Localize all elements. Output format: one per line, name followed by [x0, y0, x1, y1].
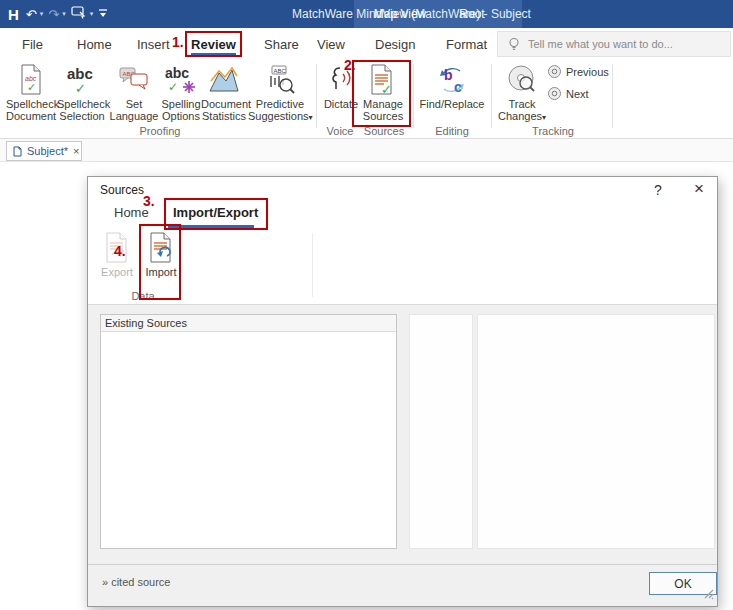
button-label: Spelling Options: [161, 98, 200, 122]
middle-panel[interactable]: [409, 314, 473, 549]
redo-icon[interactable]: ↷: [48, 7, 59, 22]
search-placeholder: Tell me what you want to do...: [528, 38, 673, 50]
group-label-editing: Editing: [416, 125, 488, 137]
predictive-suggestions-button[interactable]: ABC Predictive Suggestions▾: [248, 62, 312, 124]
spellcheck-selection-icon: abc✓: [57, 62, 107, 98]
group-separator: [413, 64, 414, 128]
svg-text:c: c: [454, 79, 462, 95]
find-replace-icon: bc: [416, 62, 488, 98]
previous-button[interactable]: Previous: [547, 64, 609, 79]
touch-mode-dropdown-icon[interactable]: ▾: [90, 10, 94, 18]
svg-text:ABC: ABC: [274, 68, 287, 74]
svg-text:✓: ✓: [27, 81, 36, 93]
annotation-step-4: 4.: [114, 243, 126, 259]
annotation-step-2: 2.: [344, 57, 356, 73]
customize-quick-access-icon[interactable]: [98, 5, 108, 23]
application-window: H ↶ ▾ ↷ ▾ ▾ MatchWare MindView (MatchWar…: [0, 0, 733, 610]
tab-review[interactable]: Review: [191, 37, 236, 52]
svg-text:✓: ✓: [75, 81, 86, 96]
button-label: Spellcheck Document: [6, 98, 59, 122]
button-label: Dictate: [324, 98, 358, 110]
group-separator: [316, 64, 317, 128]
manage-sources-icon: ✓: [356, 62, 410, 98]
group-separator: [612, 64, 613, 128]
document-icon: [13, 146, 22, 157]
titlebar-root[interactable]: Root: [440, 0, 504, 28]
document-statistics-icon: [201, 62, 247, 98]
resize-grip[interactable]: [704, 586, 715, 604]
spellcheck-selection-button[interactable]: abc✓ Spellcheck Selection: [57, 62, 107, 122]
close-tab-icon[interactable]: ×: [73, 145, 79, 157]
group-label-sources: Sources: [356, 125, 412, 137]
active-dialog-tab-underline: [168, 225, 254, 228]
svg-text:abc: abc: [67, 65, 93, 82]
existing-sources-header: Existing Sources: [101, 315, 396, 332]
manage-sources-button[interactable]: ✓ Manage Sources: [356, 62, 410, 122]
tab-share[interactable]: Share: [264, 37, 299, 52]
find-replace-button[interactable]: bc Find/Replace: [416, 62, 488, 110]
tab-insert[interactable]: Insert: [137, 37, 170, 52]
import-icon: [140, 230, 182, 266]
spellcheck-document-icon: abc✓: [6, 62, 56, 98]
tab-view[interactable]: View: [317, 37, 345, 52]
spelling-options-button[interactable]: abc✓ Spelling Options: [160, 62, 202, 122]
help-icon[interactable]: ?: [654, 182, 662, 198]
lightbulb-icon: [508, 37, 520, 52]
button-label: Spellcheck Selection: [57, 98, 110, 122]
quick-access-toolbar: H ↶ ▾ ↷ ▾ ▾: [8, 0, 108, 28]
titlebar: H ↶ ▾ ↷ ▾ ▾ MatchWare MindView (MatchWar…: [0, 0, 733, 28]
svg-text:✓: ✓: [381, 82, 392, 96]
import-button[interactable]: Import: [140, 230, 182, 278]
undo-icon[interactable]: ↶: [26, 7, 37, 22]
group-label-tracking: Tracking: [494, 125, 612, 137]
previous-icon: [547, 64, 562, 79]
tab-design[interactable]: Design: [375, 37, 415, 52]
existing-sources-panel[interactable]: Existing Sources: [100, 314, 397, 549]
group-label-data: Data: [108, 290, 178, 302]
predictive-suggestions-icon: ABC: [248, 62, 312, 98]
document-tab-subject[interactable]: Subject* ×: [6, 141, 82, 161]
save-icon[interactable]: H: [8, 6, 19, 23]
group-separator: [312, 233, 313, 297]
dialog-tab-import-export[interactable]: Import/Export: [173, 205, 258, 220]
svg-text:b: b: [444, 67, 453, 83]
next-button[interactable]: Next: [547, 86, 589, 101]
redo-dropdown-icon[interactable]: ▾: [62, 10, 66, 18]
document-statistics-button[interactable]: Document Statistics: [201, 62, 247, 122]
track-changes-icon: [496, 62, 548, 98]
titlebar-map-view[interactable]: Map View: [354, 0, 446, 28]
ribbon-tab-bar: File Home Insert 1. Review Share View De…: [0, 28, 733, 60]
spellcheck-document-button[interactable]: abc✓ Spellcheck Document: [6, 62, 56, 122]
set-language-button[interactable]: ABC Set Language: [108, 62, 160, 122]
annotation-step-1: 1.: [172, 34, 184, 50]
button-label: Predictive Suggestions▾: [248, 98, 313, 122]
button-label: Import: [145, 266, 176, 278]
annotation-step-3: 3.: [143, 193, 155, 209]
button-label: Next: [566, 88, 589, 100]
button-label: Set Language: [110, 98, 159, 122]
document-tab-bar: Subject* ×: [0, 139, 733, 162]
button-label: Previous: [566, 66, 609, 78]
set-language-icon: ABC: [108, 62, 160, 98]
search-input[interactable]: Tell me what you want to do...: [497, 31, 731, 57]
dropdown-caret-icon: ▾: [542, 113, 546, 122]
tab-format[interactable]: Format: [446, 37, 487, 52]
tab-file[interactable]: File: [22, 37, 43, 52]
group-label-proofing: Proofing: [6, 125, 314, 137]
spelling-options-icon: abc✓: [160, 62, 202, 98]
tab-home[interactable]: Home: [77, 37, 112, 52]
ribbon: abc✓ Spellcheck Document abc✓ Spellcheck…: [0, 60, 733, 139]
svg-text:✓: ✓: [168, 80, 178, 94]
button-label: Manage Sources: [363, 98, 403, 122]
close-icon[interactable]: ×: [694, 179, 704, 199]
active-tab-underline: [191, 53, 236, 56]
preview-panel[interactable]: [477, 314, 715, 549]
undo-dropdown-icon[interactable]: ▾: [40, 10, 44, 18]
button-label: Track Changes▾: [498, 98, 546, 122]
touch-mode-icon[interactable]: [71, 5, 87, 23]
button-label: Document Statistics: [201, 98, 251, 122]
track-changes-button[interactable]: Track Changes▾: [496, 62, 548, 124]
sources-dialog: Sources ? × Home 3. Import/Export Export…: [87, 176, 718, 607]
button-label: Find/Replace: [420, 98, 485, 110]
cited-source-label: » cited source: [102, 576, 170, 588]
